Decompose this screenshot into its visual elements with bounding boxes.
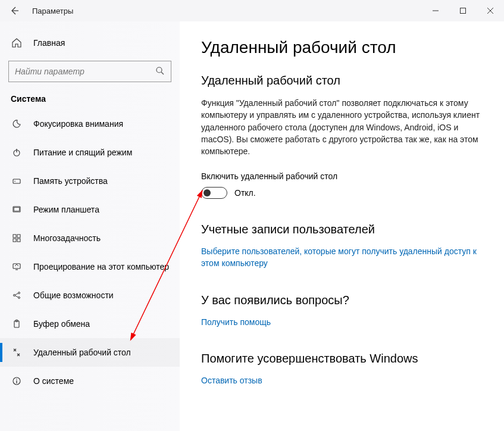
- main-panel: Удаленный рабочий стол Удаленный рабочий…: [180, 21, 504, 431]
- sidebar-item-label: Питание и спящий режим: [33, 148, 132, 157]
- sidebar-item-project[interactable]: Проецирование на этот компьютер: [0, 252, 180, 281]
- svg-rect-1: [461, 8, 466, 14]
- shared-icon: [11, 291, 23, 300]
- page-title: Удаленный рабочий стол: [201, 38, 485, 57]
- titlebar: Параметры: [0, 0, 504, 21]
- maximize-button[interactable]: [449, 0, 477, 21]
- power-icon: [11, 148, 23, 157]
- svg-line-22: [15, 296, 18, 298]
- info-icon: [11, 376, 23, 386]
- toggle-row: Откл.: [201, 187, 485, 199]
- sidebar: Главная Система Фокусировка внимания: [0, 21, 180, 431]
- close-icon: [487, 7, 494, 14]
- multitask-icon: [11, 233, 23, 243]
- svg-rect-11: [14, 208, 20, 211]
- svg-rect-14: [13, 239, 16, 242]
- svg-point-19: [18, 292, 20, 294]
- sidebar-item-label: Удаленный рабочий стол: [33, 348, 131, 357]
- feedback-link[interactable]: Оставить отзыв: [201, 375, 481, 387]
- window-controls: [422, 0, 504, 21]
- accounts-section: Учетные записи пользователей Выберите по…: [201, 223, 485, 269]
- sidebar-item-label: Буфер обмена: [33, 319, 90, 329]
- sidebar-item-about[interactable]: О системе: [0, 367, 180, 395]
- search-input[interactable]: [15, 67, 155, 76]
- sidebar-item-tablet[interactable]: Режим планшета: [0, 195, 180, 224]
- get-help-link[interactable]: Получить помощь: [201, 317, 481, 329]
- sidebar-item-label: Проецирование на этот компьютер: [33, 262, 169, 271]
- sidebar-nav: Фокусировка внимания Питание и спящий ре…: [0, 110, 180, 431]
- arrow-left-icon: [10, 6, 19, 15]
- svg-rect-8: [13, 179, 20, 183]
- svg-point-20: [18, 297, 20, 299]
- sidebar-item-storage[interactable]: Память устройства: [0, 167, 180, 195]
- search-box[interactable]: [8, 61, 171, 82]
- svg-point-26: [16, 379, 17, 380]
- remote-desktop-section: Удаленный рабочий стол Функция "Удаленны…: [201, 74, 485, 199]
- storage-icon: [11, 176, 23, 186]
- toggle-knob: [204, 189, 211, 196]
- moon-icon: [11, 119, 23, 129]
- project-icon: [11, 262, 23, 271]
- toggle-label: Включить удаленный рабочий стол: [201, 171, 485, 181]
- svg-rect-13: [17, 235, 20, 238]
- svg-point-9: [14, 181, 15, 182]
- sidebar-item-label: О системе: [33, 376, 74, 386]
- sidebar-item-shared[interactable]: Общие возможности: [0, 281, 180, 310]
- svg-rect-15: [17, 239, 20, 242]
- svg-line-5: [161, 72, 164, 74]
- section-title: Удаленный рабочий стол: [201, 74, 485, 88]
- clipboard-icon: [11, 319, 23, 329]
- sidebar-item-clipboard[interactable]: Буфер обмена: [0, 310, 180, 338]
- sidebar-item-remote-desktop[interactable]: Удаленный рабочий стол: [0, 338, 180, 367]
- svg-point-4: [156, 67, 162, 73]
- sidebar-home-label: Главная: [33, 38, 65, 48]
- sidebar-category: Система: [0, 82, 180, 110]
- sidebar-item-label: Фокусировка внимания: [33, 119, 123, 129]
- sidebar-item-label: Многозадачность: [33, 233, 101, 243]
- remote-desktop-toggle[interactable]: [201, 187, 227, 199]
- accounts-title: Учетные записи пользователей: [201, 223, 485, 236]
- sidebar-home[interactable]: Главная: [0, 31, 180, 55]
- home-icon: [11, 38, 23, 48]
- sidebar-item-label: Режим планшета: [33, 205, 99, 214]
- window-title: Параметры: [32, 7, 73, 15]
- toggle-state: Откл.: [234, 188, 256, 198]
- feedback-section: Помогите усовершенствовать Windows Остав…: [201, 352, 485, 387]
- sidebar-item-power[interactable]: Питание и спящий режим: [0, 138, 180, 167]
- close-button[interactable]: [477, 0, 504, 21]
- sidebar-item-label: Общие возможности: [33, 291, 114, 300]
- remote-desktop-icon: [11, 348, 23, 357]
- svg-point-18: [14, 295, 15, 296]
- minimize-icon: [432, 7, 439, 14]
- feedback-title: Помогите усовершенствовать Windows: [201, 352, 485, 366]
- questions-section: У вас появились вопросы? Получить помощь: [201, 293, 485, 329]
- select-users-link[interactable]: Выберите пользователей, которые могут по…: [201, 246, 481, 269]
- svg-rect-12: [13, 235, 16, 238]
- tablet-icon: [11, 205, 23, 214]
- maximize-icon: [459, 7, 467, 14]
- sidebar-item-label: Память устройства: [33, 176, 108, 186]
- section-description: Функция "Удаленный рабочий стол" позволя…: [201, 97, 481, 157]
- svg-line-21: [15, 293, 18, 295]
- sidebar-item-multitask[interactable]: Многозадачность: [0, 224, 180, 252]
- search-icon: [155, 66, 165, 77]
- sidebar-item-focus-assist[interactable]: Фокусировка внимания: [0, 110, 180, 138]
- back-button[interactable]: [5, 1, 24, 20]
- minimize-button[interactable]: [422, 0, 449, 21]
- questions-title: У вас появились вопросы?: [201, 293, 485, 307]
